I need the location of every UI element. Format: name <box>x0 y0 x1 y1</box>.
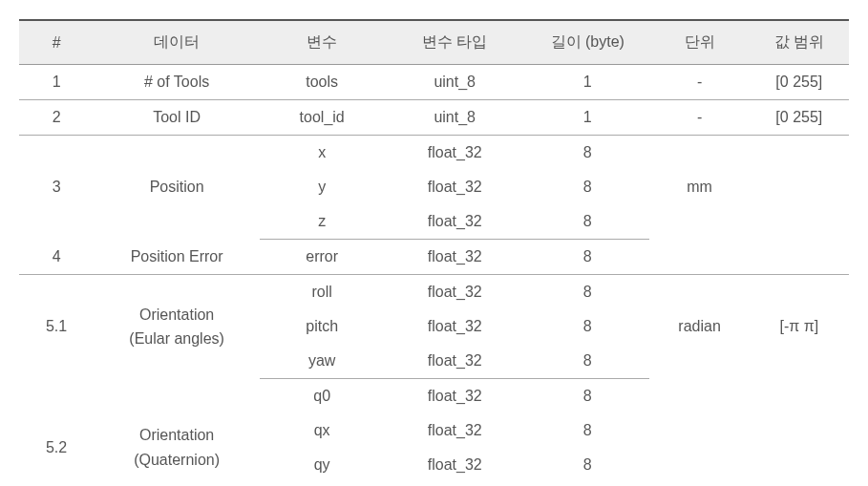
cell-unit: radian <box>649 275 749 379</box>
cell-len: 8 <box>525 204 649 240</box>
cell-type: uint_8 <box>384 65 525 100</box>
cell-data-l2: (Quaternion) <box>134 452 220 468</box>
cell-var: yaw <box>260 344 384 379</box>
cell-var: y <box>260 170 384 204</box>
cell-var: qz <box>260 482 384 486</box>
cell-type: float_32 <box>384 413 525 448</box>
table-row: 4 Position Error error float_32 8 <box>19 240 849 275</box>
cell-var: tool_id <box>260 100 384 136</box>
cell-id: 1 <box>19 65 94 100</box>
cell-type: float_32 <box>384 136 525 171</box>
cell-unit <box>649 240 749 275</box>
cell-id: 3 <box>19 136 94 240</box>
cell-len: 1 <box>525 65 649 100</box>
cell-var: error <box>260 240 384 275</box>
cell-var: q0 <box>260 379 384 414</box>
cell-len: 8 <box>525 413 649 448</box>
cell-len: 8 <box>525 309 649 344</box>
cell-len: 8 <box>525 482 649 486</box>
table-row: 5.2 Orientation (Quaternion) q0 float_32… <box>19 379 849 414</box>
cell-type: float_32 <box>384 448 525 482</box>
col-var: 변수 <box>260 20 384 65</box>
cell-range <box>750 136 849 240</box>
cell-len: 8 <box>525 448 649 482</box>
cell-type: float_32 <box>384 482 525 486</box>
cell-len: 8 <box>525 344 649 379</box>
table-row: 5.1 Orientation (Eular angles) roll floa… <box>19 275 849 310</box>
cell-len: 1 <box>525 100 649 136</box>
cell-var: qx <box>260 413 384 448</box>
cell-unit: - <box>649 100 749 136</box>
col-type: 변수 타입 <box>384 20 525 65</box>
table-row: 3 Position x float_32 8 mm <box>19 136 849 171</box>
cell-len: 8 <box>525 240 649 275</box>
cell-data: Orientation (Quaternion) <box>94 379 260 487</box>
cell-var: z <box>260 204 384 240</box>
cell-len: 8 <box>525 136 649 171</box>
cell-var: x <box>260 136 384 171</box>
spec-table: # 데이터 변수 변수 타입 길이 (byte) 단위 값 범위 1 # of … <box>19 19 849 486</box>
cell-data: Orientation (Eular angles) <box>94 275 260 379</box>
cell-type: float_32 <box>384 170 525 204</box>
col-data: 데이터 <box>94 20 260 65</box>
cell-data: Position <box>94 136 260 240</box>
cell-unit: mm <box>649 136 749 240</box>
cell-type: float_32 <box>384 275 525 310</box>
col-range: 값 범위 <box>750 20 849 65</box>
cell-type: float_32 <box>384 344 525 379</box>
cell-id: 2 <box>19 100 94 136</box>
cell-range <box>750 240 849 275</box>
cell-type: uint_8 <box>384 100 525 136</box>
cell-data-l2: (Eular angles) <box>129 330 224 347</box>
cell-data-l1: Orientation <box>139 306 214 323</box>
col-num: # <box>19 20 94 65</box>
table-header-row: # 데이터 변수 변수 타입 길이 (byte) 단위 값 범위 <box>19 20 849 65</box>
cell-data: # of Tools <box>94 65 260 100</box>
cell-type: float_32 <box>384 379 525 414</box>
cell-id: 4 <box>19 240 94 275</box>
cell-var: roll <box>260 275 384 310</box>
cell-var: qy <box>260 448 384 482</box>
cell-var: pitch <box>260 309 384 344</box>
cell-unit: - <box>649 65 749 100</box>
cell-unit <box>649 379 749 487</box>
col-unit: 단위 <box>649 20 749 65</box>
cell-range <box>750 379 849 487</box>
cell-id: 5.1 <box>19 275 94 379</box>
cell-len: 8 <box>525 170 649 204</box>
cell-range: [-π π] <box>750 275 849 379</box>
cell-id: 5.2 <box>19 379 94 487</box>
cell-len: 8 <box>525 275 649 310</box>
cell-len: 8 <box>525 379 649 414</box>
col-len: 길이 (byte) <box>525 20 649 65</box>
cell-data: Position Error <box>94 240 260 275</box>
cell-type: float_32 <box>384 204 525 240</box>
cell-type: float_32 <box>384 309 525 344</box>
cell-range: [0 255] <box>750 100 849 136</box>
cell-range: [0 255] <box>750 65 849 100</box>
table-row: 2 Tool ID tool_id uint_8 1 - [0 255] <box>19 100 849 136</box>
cell-data: Tool ID <box>94 100 260 136</box>
cell-data-l1: Orientation <box>139 427 214 443</box>
cell-var: tools <box>260 65 384 100</box>
cell-type: float_32 <box>384 240 525 275</box>
table-row: 1 # of Tools tools uint_8 1 - [0 255] <box>19 65 849 100</box>
